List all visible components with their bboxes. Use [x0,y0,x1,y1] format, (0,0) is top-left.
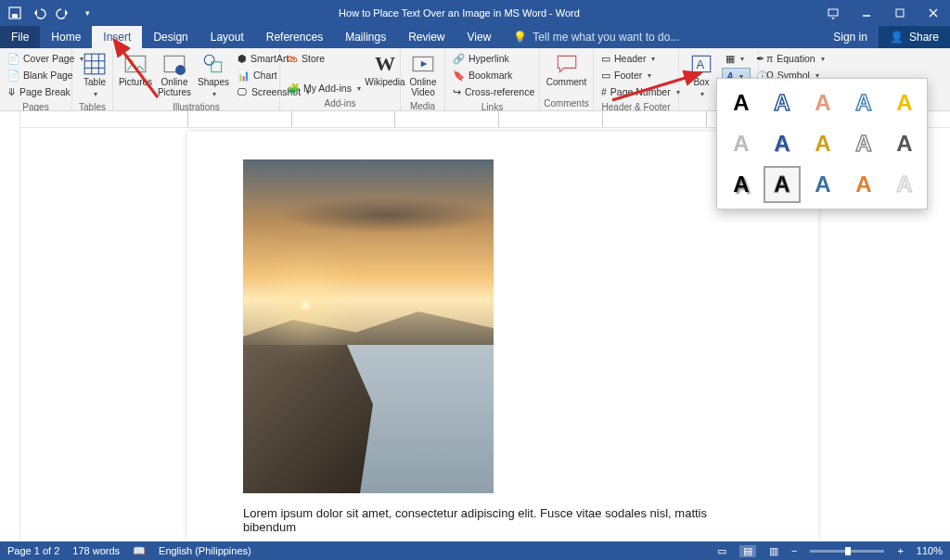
redo-icon[interactable] [52,2,74,24]
bookmark-button[interactable]: 🔖Bookmark [449,67,538,83]
tab-home[interactable]: Home [40,26,92,48]
group-label-addins: Add-ins [280,98,400,110]
svg-rect-5 [84,54,105,74]
view-read-mode-icon[interactable]: ▭ [717,545,726,557]
blank-page-label: Blank Page [23,70,73,81]
share-button[interactable]: 👤 Share [879,26,950,48]
tab-file[interactable]: File [0,26,40,48]
sign-in-link[interactable]: Sign in [822,26,879,48]
footer-icon: ▭ [601,70,610,81]
bookmark-label: Bookmark [469,70,512,81]
wordart-style-3[interactable]: A [804,84,841,121]
minimize-icon[interactable] [850,0,883,26]
cross-reference-button[interactable]: ↪Cross-reference [449,83,538,100]
header-button[interactable]: ▭Header [597,50,684,67]
wordart-style-7[interactable]: A [764,125,801,162]
comment-button[interactable]: Comment [544,50,589,90]
wordart-style-4[interactable]: A [845,84,882,121]
wordart-style-11[interactable]: A [723,166,760,203]
tab-mailings[interactable]: Mailings [334,26,397,48]
view-web-layout-icon[interactable]: ▥ [769,545,778,557]
cover-page-label: Cover Page [23,53,74,64]
online-video-button[interactable]: Online Video [404,50,442,99]
crossref-label: Cross-reference [465,86,534,97]
comment-label: Comment [546,78,586,88]
store-button[interactable]: 🛍Store [284,50,365,67]
equation-icon: π [766,53,773,64]
wordart-style-15[interactable]: A [886,166,923,203]
hyperlink-button[interactable]: 🔗Hyperlink [449,50,538,67]
quick-parts-icon: ▦ [725,53,735,64]
tab-review[interactable]: Review [397,26,456,48]
document-body-text[interactable]: Lorem ipsum dolor sit amet, consectetur … [243,506,763,534]
text-box-button[interactable]: ABox [683,50,720,100]
wordart-style-10[interactable]: A [886,125,923,162]
online-pictures-label: Online Pictures [158,78,191,97]
my-addins-button[interactable]: 🧩My Add-ins [284,80,365,96]
table-label: Table [83,78,106,88]
qat-customize-icon[interactable]: ▾ [76,2,98,24]
text-box-icon: A [689,52,713,76]
svg-point-11 [130,60,134,64]
zoom-out-button[interactable]: − [791,545,797,556]
table-button[interactable]: Table [76,50,113,100]
footer-button[interactable]: ▭Footer [597,67,684,83]
close-icon[interactable] [917,0,950,26]
page-number-button[interactable]: #Page Number [597,83,684,100]
hyperlink-label: Hyperlink [469,53,509,64]
cover-page-icon: 📄 [7,53,19,65]
ribbon-options-icon[interactable] [816,0,850,26]
screenshot-icon: 🖵 [238,86,248,97]
status-proofing-icon[interactable]: 📖 [133,545,146,557]
shapes-button[interactable]: Shapes [195,50,232,100]
shapes-label: Shapes [198,78,229,88]
store-label: Store [302,53,325,64]
online-video-label: Online Video [408,78,438,97]
wordart-style-14[interactable]: A [845,166,882,203]
wordart-style-13[interactable]: A [804,166,841,203]
zoom-level[interactable]: 110% [917,545,943,556]
wikipedia-button[interactable]: WWikipedia [366,50,404,90]
store-icon: 🛍 [288,53,298,64]
page-break-icon: ⤋ [7,86,16,97]
wordart-style-6[interactable]: A [723,125,760,162]
svg-rect-2 [828,9,838,16]
table-icon [83,52,107,76]
zoom-slider[interactable] [810,550,884,553]
wordart-style-8[interactable]: A [804,125,841,162]
tab-design[interactable]: Design [142,26,199,48]
online-pictures-button[interactable]: Online Pictures [156,50,193,99]
header-icon: ▭ [601,53,610,64]
view-print-layout-icon[interactable]: ▤ [739,545,756,557]
wordart-style-9[interactable]: A [845,125,882,162]
document-image[interactable] [243,159,494,493]
vertical-ruler[interactable] [0,111,20,541]
wordart-style-1[interactable]: A [723,84,760,121]
wordart-style-12[interactable]: A [764,166,801,203]
shapes-icon [201,52,225,76]
svg-point-14 [204,55,214,65]
wordart-style-5[interactable]: A [886,84,923,121]
pictures-button[interactable]: Pictures [117,50,154,90]
tab-view[interactable]: View [456,26,503,48]
status-language[interactable]: English (Philippines) [159,545,251,556]
undo-icon[interactable] [28,2,50,24]
my-addins-icon: 🧩 [288,83,300,95]
tab-references[interactable]: References [255,26,334,48]
status-page[interactable]: Page 1 of 2 [7,545,59,556]
tab-layout[interactable]: Layout [199,26,255,48]
maximize-icon[interactable] [883,0,917,26]
zoom-in-button[interactable]: + [897,545,903,556]
save-icon[interactable] [4,2,26,24]
tell-me-search[interactable]: 💡 Tell me what you want to do... [502,26,690,48]
pictures-label: Pictures [119,78,152,88]
equation-button[interactable]: πEquation [763,50,828,67]
text-box-label: Box [693,78,709,88]
bookmark-icon: 🔖 [453,70,465,82]
window-title: How to Place Text Over an Image in MS Wo… [102,7,816,19]
chart-label: Chart [253,70,277,81]
wordart-style-2[interactable]: A [764,84,801,121]
status-words[interactable]: 178 words [72,545,120,556]
quick-parts-button[interactable]: ▦ [722,50,751,67]
tab-insert[interactable]: Insert [92,26,142,48]
